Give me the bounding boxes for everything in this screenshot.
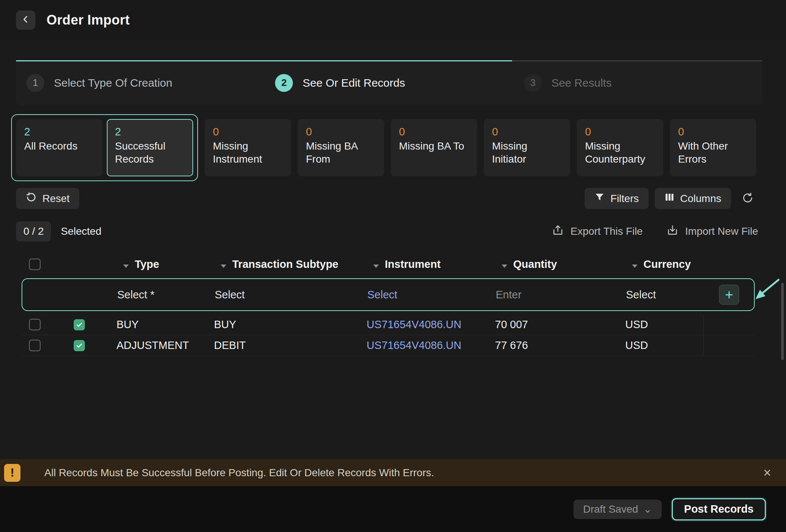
selected-label: Selected (61, 225, 101, 237)
card-label: Missing BA From (306, 140, 376, 166)
cell-quantity[interactable]: 77 676 (495, 339, 625, 352)
selected-count-badge: 0 / 2 (16, 221, 51, 241)
column-dropdown-icon[interactable] (221, 258, 226, 270)
card-count: 0 (585, 126, 655, 138)
add-subtype-select[interactable]: Select (215, 289, 367, 301)
back-button[interactable] (16, 10, 35, 30)
add-instrument-select[interactable]: Select (367, 289, 496, 301)
card-missing-ba-from[interactable]: 0 Missing BA From (298, 119, 384, 176)
page-title: Order Import (47, 12, 130, 28)
card-missing-initiator[interactable]: 0 Missing Initiator (484, 119, 570, 176)
card-label: Missing Counterparty (585, 140, 655, 166)
column-header-type: Type (135, 258, 159, 270)
row-actions-cell (703, 335, 755, 356)
footer-bar: Draft Saved ⌄ Post Records (0, 486, 786, 532)
column-header-quantity: Quantity (513, 258, 557, 270)
add-type-select[interactable]: Select * (117, 289, 215, 301)
filters-label: Filters (610, 193, 639, 205)
cell-currency[interactable]: USD (625, 339, 703, 352)
filter-icon (594, 192, 605, 205)
column-header-currency: Currency (643, 258, 691, 270)
export-icon (552, 224, 564, 239)
cell-type[interactable]: ADJUSTMENT (116, 339, 214, 352)
card-with-other-errors[interactable]: 0 With Other Errors (670, 119, 756, 176)
select-all-checkbox[interactable] (29, 259, 41, 270)
warning-message: All Records Must Be Successful Before Po… (44, 467, 434, 479)
step-label: See Results (552, 77, 612, 89)
warning-banner: ! All Records Must Be Successful Before … (0, 459, 786, 486)
record-valid-checkbox (74, 319, 85, 330)
cell-type[interactable]: BUY (116, 318, 214, 331)
cursor-arrow-annotation (753, 277, 781, 303)
step-label: See Or Edit Records (303, 77, 405, 89)
card-successful-records[interactable]: 2 Successful Records (107, 119, 193, 176)
import-label: Import New File (685, 225, 758, 237)
add-quantity-input[interactable]: Enter (496, 289, 626, 301)
card-count: 0 (213, 126, 283, 138)
card-label: Missing Initiator (492, 140, 562, 166)
reset-button[interactable]: Reset (16, 188, 79, 209)
step-see-results[interactable]: 3 See Results (514, 74, 762, 92)
chevron-left-icon (21, 15, 31, 26)
cell-subtype[interactable]: BUY (214, 318, 367, 331)
draft-saved-label: Draft Saved (583, 503, 638, 515)
column-dropdown-icon[interactable] (502, 258, 507, 270)
table-header-row: Type Transaction Subtype Instrument Quan… (22, 251, 755, 277)
cell-instrument-link[interactable]: US71654V4086.UN (367, 318, 495, 331)
card-all-records[interactable]: 2 All Records (16, 119, 102, 176)
banner-close-button[interactable]: × (760, 464, 775, 482)
columns-icon (664, 192, 675, 205)
step-select-type-of-creation[interactable]: 1 Select Type Of Creation (16, 74, 265, 92)
cell-currency[interactable]: USD (625, 318, 703, 331)
card-label: All Records (24, 140, 94, 153)
import-new-file-button[interactable]: Import New File (667, 224, 758, 239)
main-content: 1 Select Type Of Creation 2 See Or Edit … (0, 40, 786, 459)
step-number: 1 (26, 74, 44, 92)
highlighted-card-group: 2 All Records 2 Successful Records (11, 114, 198, 181)
chevron-down-icon: ⌄ (643, 503, 652, 515)
export-this-file-button[interactable]: Export This File (552, 224, 643, 239)
table-toolbar: Reset Filters Columns (16, 188, 758, 209)
add-record-row: Select * Select Select Enter Select + (22, 278, 755, 311)
row-actions-cell (703, 314, 755, 335)
card-missing-instrument[interactable]: 0 Missing Instrument (205, 119, 291, 176)
card-count: 0 (399, 126, 469, 138)
add-record-button[interactable]: + (719, 285, 739, 305)
cell-instrument-link[interactable]: US71654V4086.UN (367, 339, 495, 352)
stepper-progress-track (16, 60, 762, 61)
card-missing-ba-to[interactable]: 0 Missing BA To (391, 119, 477, 176)
row-select-checkbox[interactable] (29, 340, 41, 351)
step-see-or-edit-records[interactable]: 2 See Or Edit Records (265, 74, 513, 92)
columns-button[interactable]: Columns (655, 188, 731, 209)
reset-label: Reset (42, 193, 70, 205)
export-label: Export This File (571, 225, 643, 237)
column-header-transaction-subtype: Transaction Subtype (232, 258, 338, 270)
step-label: Select Type Of Creation (54, 77, 172, 89)
post-records-button[interactable]: Post Records (672, 498, 766, 520)
step-number: 2 (275, 74, 293, 92)
order-import-page: Order Import 1 Select Type Of Creation 2… (0, 0, 786, 532)
column-dropdown-icon[interactable] (632, 258, 638, 270)
vertical-scrollbar[interactable] (781, 283, 784, 360)
cell-subtype[interactable]: DEBIT (214, 339, 367, 352)
warning-icon: ! (4, 464, 20, 482)
top-bar: Order Import (0, 0, 786, 40)
row-select-checkbox[interactable] (29, 319, 41, 330)
columns-label: Columns (680, 193, 721, 205)
records-table: Type Transaction Subtype Instrument Quan… (22, 251, 755, 356)
column-dropdown-icon[interactable] (123, 258, 129, 270)
draft-saved-button[interactable]: Draft Saved ⌄ (573, 500, 662, 519)
filters-button[interactable]: Filters (585, 188, 648, 209)
import-icon (667, 224, 678, 239)
card-label: With Other Errors (678, 140, 748, 166)
card-count: 0 (306, 126, 376, 138)
add-currency-select[interactable]: Select (626, 289, 704, 301)
card-label: Successful Records (115, 140, 185, 166)
step-number: 3 (524, 74, 542, 92)
card-count: 2 (24, 126, 94, 138)
card-missing-counterparty[interactable]: 0 Missing Counterparty (577, 119, 663, 176)
column-dropdown-icon[interactable] (373, 258, 379, 270)
refresh-button[interactable] (737, 188, 758, 209)
card-count: 2 (115, 126, 185, 138)
cell-quantity[interactable]: 70 007 (495, 318, 625, 331)
